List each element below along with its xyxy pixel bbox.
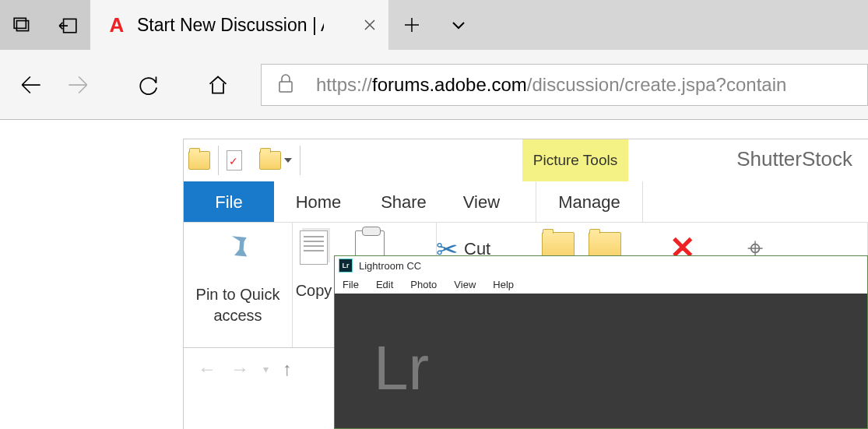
pin-label: Pin to Quick access — [184, 284, 292, 326]
copy-label: Copy — [296, 282, 332, 300]
lightroom-title: Lightroom CC — [359, 260, 421, 272]
home-button[interactable] — [195, 62, 241, 108]
browser-toolbar: https://forums.adobe.com/discussion/crea… — [0, 50, 868, 120]
tabstrip-right — [388, 0, 868, 50]
lightroom-menubar: File Edit Photo View Help — [335, 275, 867, 294]
separator — [218, 146, 219, 175]
copyto-icon[interactable] — [589, 232, 621, 258]
pin-icon — [220, 230, 256, 270]
address-bar[interactable]: https://forums.adobe.com/discussion/crea… — [261, 64, 868, 106]
pin-group[interactable]: Pin to Quick access — [184, 223, 293, 347]
menu-file[interactable]: File — [343, 279, 359, 290]
lock-icon — [277, 73, 294, 97]
set-aside-tabs-button[interactable] — [45, 0, 90, 50]
new-tab-button[interactable] — [388, 0, 435, 50]
menu-photo[interactable]: Photo — [410, 279, 437, 290]
lightroom-titlebar[interactable]: Lr Lightroom CC — [335, 256, 867, 275]
window-title: ShutterStock — [736, 147, 852, 171]
lightroom-splash: Lr — [335, 294, 867, 428]
copy-icon — [300, 230, 328, 265]
copy-button[interactable]: Copy — [293, 223, 335, 347]
browser-tabstrip: A Start New Discussion | A — [0, 0, 868, 50]
tab-share[interactable]: Share — [363, 181, 445, 222]
menu-help[interactable]: Help — [493, 279, 514, 290]
close-tab-button[interactable] — [351, 0, 388, 50]
forward-button[interactable] — [54, 62, 101, 108]
edge-system-buttons — [0, 0, 90, 50]
separator — [300, 146, 300, 175]
svg-rect-1 — [14, 18, 26, 28]
nav-history-dropdown[interactable]: ▾ — [263, 363, 269, 375]
folder-icon[interactable] — [188, 151, 210, 170]
url-text: https://forums.adobe.com/discussion/crea… — [316, 74, 786, 96]
folder-dropdown[interactable] — [259, 151, 292, 170]
tab-actions-dropdown[interactable] — [435, 0, 482, 50]
nav-forward[interactable]: → — [230, 358, 249, 380]
tab-home[interactable]: Home — [274, 181, 363, 222]
context-tab-picture-tools[interactable]: Picture Tools — [522, 139, 628, 181]
tab-title: Start New Discussion | A — [137, 15, 324, 36]
back-button[interactable] — [8, 62, 54, 108]
menu-edit[interactable]: Edit — [376, 279, 393, 290]
explorer-qat: ✓ Picture Tools ShutterStock — [184, 139, 868, 181]
nav-back[interactable]: ← — [198, 358, 216, 380]
svg-rect-3 — [279, 82, 292, 92]
properties-icon[interactable]: ✓ — [227, 150, 242, 171]
moveto-icon[interactable] — [542, 232, 575, 258]
tab-manage[interactable]: Manage — [536, 181, 643, 222]
lightroom-window: Lr Lightroom CC File Edit Photo View Hel… — [334, 255, 868, 429]
lightroom-app-icon: Lr — [339, 258, 353, 273]
menu-view[interactable]: View — [454, 279, 476, 290]
ribbon-tabs: File Home Share View Manage — [184, 181, 868, 222]
lightroom-logo: Lr — [374, 332, 429, 404]
tab-preview-button[interactable] — [0, 0, 45, 50]
active-tab[interactable]: A Start New Discussion | A — [90, 0, 388, 50]
tab-file[interactable]: File — [184, 181, 274, 222]
refresh-button[interactable] — [125, 62, 171, 108]
nav-up[interactable]: ↑ — [283, 358, 292, 380]
adobe-favicon: A — [104, 13, 128, 37]
svg-rect-0 — [16, 21, 28, 31]
tab-view[interactable]: View — [445, 181, 518, 222]
